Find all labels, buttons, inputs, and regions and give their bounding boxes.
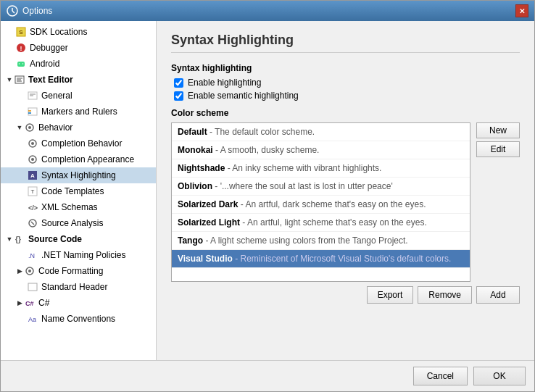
scheme-desc-default: - The default color scheme. [207,127,315,137]
naming-policies-icon: .N [27,249,38,261]
svg-text:</>: </> [28,204,38,212]
sidebar-item-source-analysis[interactable]: Source Analysis [1,215,156,231]
sidebar-item-csharp[interactable]: ▶ C# C# [1,295,156,311]
svg-point-8 [19,63,20,64]
sidebar-item-sdk-locations[interactable]: S SDK Locations [1,24,156,40]
cancel-button[interactable]: Cancel [413,367,468,385]
behavior-icon [24,122,36,133]
title-bar: Options ✕ [1,1,534,21]
svg-text:!: ! [20,45,22,52]
scheme-desc-solarized-light: - An artful, light scheme that's easy on… [240,217,427,228]
android-icon [15,58,27,70]
sidebar-item-code-templates[interactable]: T Code Templates [1,183,156,199]
svg-text:C#: C# [25,300,34,307]
xml-schemas-icon: </> [27,201,38,213]
scheme-desc-visual-studio: - Reminiscent of Microsoft Visual Studio… [233,254,452,264]
sidebar-label-behavior: Behavior [38,122,72,133]
sidebar-label-source-analysis: Source Analysis [41,218,103,228]
dialog-title: Options [22,6,52,16]
scheme-desc-tango: - A light scheme using colors from the T… [203,235,408,246]
scheme-item-solarized-dark[interactable]: Solarized Dark - An artful, dark scheme … [172,196,470,214]
scheme-item-solarized-light[interactable]: Solarized Light - An artful, light schem… [172,214,470,232]
scheme-bottom-buttons: Export Remove Add [171,286,520,304]
sidebar-item-syntax-highlighting[interactable]: A Syntax Highlighting [1,167,156,183]
color-scheme-label: Color scheme [171,108,520,118]
source-code-icon: {} [14,233,25,245]
text-editor-arrow: ▼ [5,76,14,83]
sidebar-item-completion-appearance[interactable]: Completion Appearance [1,151,156,167]
scheme-list[interactable]: Default - The default color scheme.Monok… [171,122,470,282]
enable-highlighting-checkbox[interactable] [174,78,183,88]
sidebar-item-debugger[interactable]: ! Debugger [1,40,156,56]
remove-button[interactable]: Remove [418,286,472,304]
svg-text:S: S [19,29,23,36]
sidebar-label-sdk-locations: SDK Locations [30,27,87,37]
sidebar-item-xml-schemas[interactable]: </> XML Schemas [1,199,156,215]
svg-text:.N: .N [28,252,35,259]
sidebar-label-text-editor: Text Editor [28,75,73,85]
sidebar-label-completion-appearance: Completion Appearance [41,154,134,164]
enable-semantic-checkbox[interactable] [174,91,183,101]
svg-line-2 [12,11,14,13]
add-button[interactable]: Add [476,286,520,304]
sidebar-label-code-templates: Code Templates [41,186,104,196]
sidebar-label-csharp: C# [38,298,49,308]
debugger-icon: ! [15,42,27,54]
ok-button[interactable]: OK [473,367,526,385]
svg-point-36 [28,270,31,272]
enable-semantic-label: Enable semantic highlighting [188,91,299,101]
export-button[interactable]: Export [367,286,414,304]
enable-highlighting-row: Enable highlighting [174,78,520,88]
sidebar-item-completion-behavior[interactable]: Completion Behavior [1,135,156,151]
sidebar-label-name-conventions: Name Conventions [41,314,115,324]
svg-text:Aa: Aa [28,316,36,323]
svg-line-32 [31,222,34,225]
scheme-item-default[interactable]: Default - The default color scheme. [172,123,470,141]
sidebar-item-name-conventions[interactable]: Aa Name Conventions [1,311,156,327]
sidebar-label-general: General [41,91,72,101]
sidebar-item-markers-rulers[interactable]: Markers and Rulers [1,104,156,120]
markers-icon [27,106,38,117]
dialog-body: S SDK Locations ! Debugger Android ▼ [1,21,534,360]
title-bar-left: Options [7,5,52,17]
scheme-item-monokai[interactable]: Monokai - A smooth, dusky scheme. [172,141,470,159]
svg-rect-17 [28,108,37,115]
edit-scheme-button[interactable]: Edit [476,141,520,157]
scheme-item-tango[interactable]: Tango - A light scheme using colors from… [172,232,470,250]
csharp-arrow: ▶ [15,299,24,306]
sidebar-item-text-editor[interactable]: ▼ Text Editor [1,72,156,88]
enable-highlighting-label: Enable highlighting [188,78,261,88]
code-formatting-arrow: ▶ [15,267,24,275]
scheme-item-visual-studio[interactable]: Visual Studio - Reminiscent of Microsoft… [172,250,470,268]
text-editor-icon [14,74,25,86]
scheme-name-nightshade: Nightshade [178,163,225,173]
dialog-footer: Cancel OK [1,360,534,391]
csharp-icon: C# [24,297,36,309]
color-scheme-section: Color scheme Default - The default color… [171,108,520,304]
sidebar-item-standard-header[interactable]: Standard Header [1,279,156,295]
sidebar-label-debugger: Debugger [30,43,68,53]
scheme-name-default: Default [178,127,207,137]
sidebar-label-completion-behavior: Completion Behavior [41,138,122,149]
close-button[interactable]: ✕ [515,4,528,17]
scheme-name-tango: Tango [178,235,203,246]
svg-point-9 [22,63,24,64]
standard-header-icon [27,281,38,293]
sidebar-label-xml-schemas: XML Schemas [41,202,98,212]
scheme-item-nightshade[interactable]: Nightshade - An inky scheme with vibrant… [172,159,470,178]
sidebar-item-naming-policies[interactable]: .N .NET Naming Policies [1,247,156,263]
sidebar-item-source-code[interactable]: ▼ {} Source Code [1,231,156,247]
scheme-item-oblivion[interactable]: Oblivion - '...where the soul at last is… [172,178,470,196]
sidebar-item-code-formatting[interactable]: ▶ Code Formatting [1,263,156,279]
new-scheme-button[interactable]: New [476,122,520,138]
content-panel: Syntax Highlighting Syntax highlighting … [157,21,534,360]
svg-point-23 [31,142,34,145]
sidebar-item-behavior[interactable]: ▼ Behavior [1,120,156,135]
sidebar-item-general[interactable]: General [1,88,156,104]
name-conventions-icon: Aa [27,313,38,325]
svg-rect-7 [17,62,25,67]
code-formatting-icon [24,265,36,277]
source-analysis-icon [27,217,38,229]
sidebar-item-android[interactable]: Android [1,56,156,72]
behavior-arrow: ▼ [15,124,24,131]
